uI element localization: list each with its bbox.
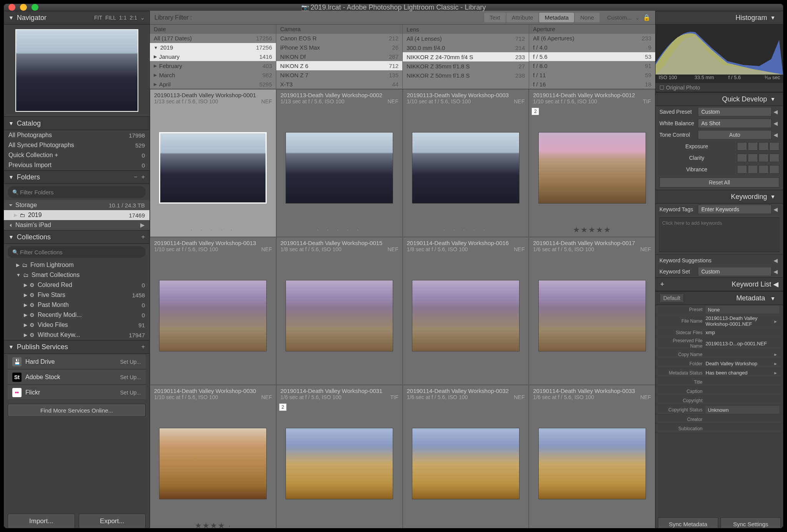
grid-cell[interactable]: 20190114-Death Valley Workshop-00131/10 … xyxy=(150,237,276,385)
white-balance-select[interactable]: As Shot xyxy=(698,119,772,128)
go-icon[interactable]: ▸ xyxy=(772,370,779,376)
metadata-filter-row[interactable]: NIKON Df287 xyxy=(276,52,402,61)
metadata-row[interactable]: Preserved File Name20190113-D...op-0001.… xyxy=(656,337,783,350)
publish-header[interactable]: ▼ Publish Services + xyxy=(4,340,149,354)
thumbnail[interactable] xyxy=(286,132,393,204)
vibrance-stepper[interactable] xyxy=(737,165,779,174)
nav-fill[interactable]: FILL xyxy=(105,15,116,21)
rating-stars[interactable]: ★★★★★ xyxy=(529,223,655,237)
quick-develop-header[interactable]: Quick Develop ▼ xyxy=(656,92,783,106)
metadata-filter-row[interactable]: 300.0 mm f/4.0214 xyxy=(403,43,529,52)
collection-item[interactable]: ▶⚙Colored Red0 xyxy=(4,280,149,290)
thumbnail[interactable] xyxy=(412,132,520,204)
metadata-column-header[interactable]: Date xyxy=(150,25,276,34)
grid-cell[interactable]: 20190113-Death Valley Workshop-00021/13 … xyxy=(276,89,403,237)
rating-dots[interactable]: · · · · · xyxy=(403,223,529,237)
metadata-filter-row[interactable]: NIKKOR Z 50mm f/1.8 S238 xyxy=(403,71,529,80)
grid-cell[interactable]: 20190114-Death Valley Workshop-00311/6 s… xyxy=(276,385,403,528)
histogram-header[interactable]: Histogram ▼ xyxy=(656,11,783,25)
keyword-input[interactable]: Click here to add keywords xyxy=(659,217,779,252)
metadata-row[interactable]: Creator xyxy=(656,415,783,424)
catalog-item[interactable]: Previous Import0 xyxy=(4,160,149,170)
metadata-filter-row[interactable]: ▶February403 xyxy=(150,61,276,70)
metadata-row[interactable]: Copyright StatusUnknown xyxy=(656,405,783,415)
thumbnail[interactable] xyxy=(538,428,646,499)
grid-cell[interactable]: 20190114-Death Valley Workshop-00331/6 s… xyxy=(529,385,655,528)
metadata-filter-row[interactable]: ▶March982 xyxy=(150,70,276,80)
keywording-header[interactable]: Keywording ▼ xyxy=(656,190,783,204)
thumbnail[interactable] xyxy=(286,280,393,351)
collection-item[interactable]: ▶⚙Five Stars1458 xyxy=(4,290,149,300)
filter-tab-none[interactable]: None xyxy=(575,13,599,22)
collections-filter[interactable]: Filter Collections xyxy=(8,246,146,258)
filter-preset-dropdown[interactable]: Custom... xyxy=(607,14,632,21)
metadata-view-select[interactable]: Default xyxy=(660,294,683,302)
catalog-item[interactable]: All Synced Photographs529 xyxy=(4,140,149,150)
rating-dots[interactable]: · · · · · xyxy=(277,223,402,237)
filter-tab-text[interactable]: Text xyxy=(484,13,506,22)
filter-tab-metadata[interactable]: Metadata xyxy=(539,13,574,22)
metadata-filter-row[interactable]: f / 1159 xyxy=(529,70,655,80)
publish-service[interactable]: 💾Hard DriveSet Up... xyxy=(8,355,146,369)
original-photo-checkbox[interactable]: Original Photo xyxy=(656,83,783,92)
publish-service[interactable]: StAdobe StockSet Up... xyxy=(8,370,146,384)
metadata-column-header[interactable]: Camera xyxy=(276,25,402,34)
metadata-column-header[interactable]: Aperture xyxy=(529,25,655,34)
metadata-row[interactable]: Copyright xyxy=(656,396,783,405)
metadata-filter-row[interactable]: ▼201917256 xyxy=(150,43,276,52)
metadata-filter-row[interactable]: ▶January1416 xyxy=(150,52,276,61)
metadata-filter-row[interactable]: All (4 Lenses)712 xyxy=(403,34,529,43)
go-icon[interactable]: ▸ xyxy=(772,318,779,324)
collection-item[interactable]: ▶⚙Video Files91 xyxy=(4,320,149,330)
collection-item[interactable]: ▼🗂Smart Collections xyxy=(4,270,149,280)
exposure-stepper[interactable] xyxy=(737,142,779,151)
rating-dots[interactable]: · · · · · xyxy=(150,223,276,237)
metadata-filter-row[interactable]: NIKKOR Z 24-70mm f/4 S233 xyxy=(403,52,529,61)
metadata-filter-row[interactable]: f / 5.653 xyxy=(529,52,655,61)
metadata-row[interactable]: File Name20190113-Death Valley Workshop-… xyxy=(656,315,783,328)
stack-badge[interactable]: 2 xyxy=(279,403,287,411)
thumbnail[interactable] xyxy=(159,132,267,204)
thumbnail[interactable] xyxy=(412,280,520,351)
export-button[interactable]: Export... xyxy=(79,514,146,528)
metadata-filter-row[interactable]: NIKKOR Z 35mm f/1.8 S27 xyxy=(403,61,529,71)
thumbnail[interactable] xyxy=(159,428,267,499)
collection-item[interactable]: ▶⚙Without Keyw...17947 xyxy=(4,330,149,340)
find-more-button[interactable]: Find More Services Online... xyxy=(8,404,146,417)
thumbnail[interactable] xyxy=(538,280,646,351)
metadata-row[interactable]: Sublocation xyxy=(656,424,783,433)
metadata-filter-row[interactable]: All (177 Dates)17256 xyxy=(150,34,276,43)
catalog-item[interactable]: Quick Collection +0 xyxy=(4,150,149,160)
nav-zoom-menu[interactable]: ⌄ xyxy=(140,15,145,21)
metadata-column-header[interactable]: Lens xyxy=(403,25,529,34)
go-icon[interactable]: ▸ xyxy=(772,361,779,366)
metadata-filter-row[interactable]: iPhone XS Max26 xyxy=(276,43,402,52)
keyword-list-header[interactable]: + Keyword List ◀ xyxy=(656,277,783,291)
expand-icon[interactable]: ◀ xyxy=(772,120,779,126)
thumbnail[interactable] xyxy=(286,428,393,499)
expand-icon[interactable]: ◀ xyxy=(772,268,779,275)
collection-item[interactable]: ▶🗂From Lightroom xyxy=(4,260,149,270)
metadata-filter-row[interactable]: NIKON Z 7135 xyxy=(276,70,402,80)
keyword-set-select[interactable]: Custom xyxy=(698,267,772,276)
thumbnail[interactable] xyxy=(159,280,267,351)
keyword-tags-select[interactable]: Enter Keywords xyxy=(698,205,772,214)
folders-header[interactable]: ▼ Folders − + xyxy=(4,170,149,184)
metadata-filter-row[interactable]: Canon EOS R212 xyxy=(276,34,402,43)
auto-tone-button[interactable]: Auto xyxy=(698,130,772,139)
grid-cell[interactable]: 20190114-Death Valley Workshop-00161/8 s… xyxy=(403,237,529,385)
plus-icon[interactable]: + xyxy=(660,280,664,288)
metadata-row[interactable]: FolderDeath Valley Workshop▸ xyxy=(656,359,783,368)
metadata-filter-row[interactable]: f / 4.09 xyxy=(529,43,655,52)
expand-icon[interactable]: ◀ xyxy=(772,257,779,264)
collection-item[interactable]: ▶⚙Recently Modi...0 xyxy=(4,310,149,320)
metadata-filter-row[interactable]: NIKON Z 6712 xyxy=(276,61,402,70)
lock-icon[interactable]: 🔒 xyxy=(643,14,651,21)
reset-all-button[interactable]: Reset All xyxy=(659,177,779,187)
thumbnail[interactable] xyxy=(412,428,520,499)
metadata-filter-row[interactable]: f / 8.091 xyxy=(529,61,655,70)
plus-icon[interactable]: + xyxy=(141,234,145,240)
metadata-filter-row[interactable]: X-T344 xyxy=(276,80,402,89)
collections-header[interactable]: ▼ Collections + xyxy=(4,230,149,244)
nav-2-1[interactable]: 2:1 xyxy=(130,15,137,21)
